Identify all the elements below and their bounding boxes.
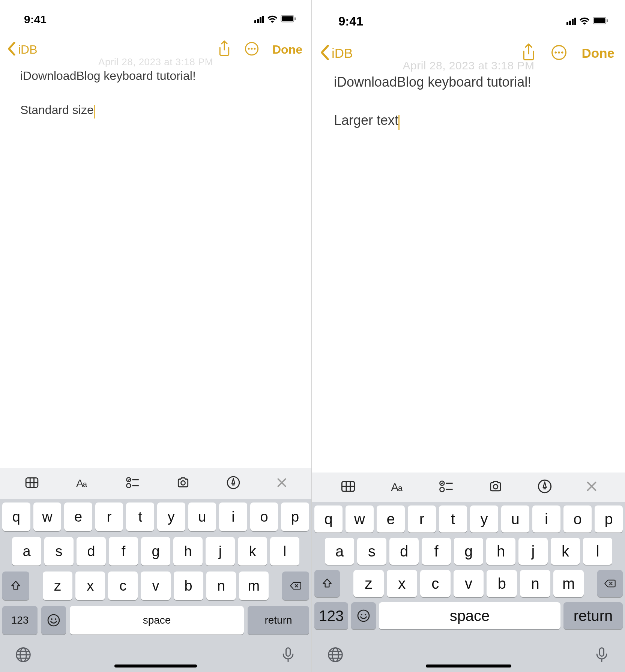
- key-n[interactable]: n: [520, 570, 550, 597]
- camera-icon[interactable]: [488, 479, 503, 495]
- key-m[interactable]: m: [239, 572, 269, 600]
- close-icon[interactable]: [586, 481, 597, 493]
- key-t[interactable]: t: [126, 502, 154, 531]
- checklist-icon[interactable]: [439, 479, 454, 495]
- note-content[interactable]: iDownloadBlog keyboard tutorial! Standar…: [0, 65, 311, 124]
- camera-icon[interactable]: [176, 476, 190, 491]
- key-i[interactable]: i: [219, 502, 247, 531]
- key-u[interactable]: u: [188, 502, 216, 531]
- key-backspace[interactable]: [597, 570, 623, 597]
- key-v[interactable]: v: [141, 572, 170, 600]
- key-q[interactable]: q: [314, 506, 343, 532]
- mic-icon[interactable]: [593, 646, 610, 664]
- key-o[interactable]: o: [563, 506, 592, 532]
- text-format-icon[interactable]: Aa: [390, 479, 405, 495]
- key-space[interactable]: space: [379, 602, 560, 629]
- table-icon[interactable]: [341, 479, 356, 495]
- key-shift[interactable]: [314, 570, 340, 597]
- text-format-icon[interactable]: Aa: [75, 476, 89, 491]
- key-b[interactable]: b: [174, 572, 203, 600]
- more-icon[interactable]: [245, 42, 259, 57]
- key-backspace[interactable]: [282, 572, 309, 600]
- key-z[interactable]: z: [43, 572, 72, 600]
- svg-point-19: [48, 615, 59, 626]
- key-n[interactable]: n: [206, 572, 236, 600]
- globe-icon[interactable]: [15, 646, 32, 664]
- key-emoji[interactable]: [351, 602, 376, 629]
- key-t[interactable]: t: [439, 506, 467, 532]
- key-k[interactable]: k: [238, 537, 267, 566]
- svg-point-30: [554, 51, 557, 54]
- key-i[interactable]: i: [532, 506, 560, 532]
- key-z[interactable]: z: [353, 570, 384, 597]
- key-return[interactable]: return: [563, 602, 623, 629]
- globe-icon[interactable]: [327, 646, 344, 664]
- keyboard: q w e r t y u i o p a s d f g h: [312, 502, 625, 638]
- key-j[interactable]: j: [206, 537, 235, 566]
- status-icons: [566, 16, 608, 26]
- svg-text:A: A: [391, 481, 398, 493]
- key-return[interactable]: return: [248, 606, 309, 634]
- key-d[interactable]: d: [389, 538, 419, 565]
- key-emoji[interactable]: [41, 606, 66, 634]
- key-w[interactable]: w: [33, 502, 62, 531]
- key-a[interactable]: a: [12, 537, 41, 566]
- note-content[interactable]: iDownloadBlog keyboard tutorial! Larger …: [312, 70, 625, 135]
- done-button[interactable]: Done: [272, 43, 302, 57]
- key-d[interactable]: d: [77, 537, 106, 566]
- svg-point-6: [254, 48, 255, 50]
- format-toolbar: Aa: [312, 472, 625, 502]
- cellular-icon: [566, 18, 576, 25]
- keyboard-row-4: 123 space return: [2, 606, 309, 634]
- done-button[interactable]: Done: [582, 46, 615, 61]
- key-j[interactable]: j: [518, 538, 548, 565]
- key-y[interactable]: y: [157, 502, 185, 531]
- key-h[interactable]: h: [173, 537, 203, 566]
- key-y[interactable]: y: [470, 506, 498, 532]
- key-v[interactable]: v: [454, 570, 484, 597]
- key-f[interactable]: f: [422, 538, 451, 565]
- key-p[interactable]: p: [281, 502, 309, 531]
- checklist-icon[interactable]: [126, 476, 140, 491]
- key-e[interactable]: e: [64, 502, 92, 531]
- markup-icon[interactable]: [226, 476, 240, 491]
- key-f[interactable]: f: [109, 537, 138, 566]
- key-s[interactable]: s: [44, 537, 74, 566]
- key-w[interactable]: w: [346, 506, 374, 532]
- home-indicator: [114, 664, 197, 668]
- key-c[interactable]: c: [420, 570, 451, 597]
- key-b[interactable]: b: [487, 570, 517, 597]
- key-g[interactable]: g: [141, 537, 170, 566]
- mic-icon[interactable]: [280, 646, 296, 664]
- key-q[interactable]: q: [2, 502, 30, 531]
- keyboard-area: Aa q w e r t y u i o p: [312, 472, 625, 672]
- nav-back[interactable]: iDB: [8, 42, 38, 57]
- key-g[interactable]: g: [454, 538, 483, 565]
- key-c[interactable]: c: [108, 572, 138, 600]
- markup-icon[interactable]: [537, 479, 552, 495]
- key-r[interactable]: r: [95, 502, 123, 531]
- key-x[interactable]: x: [75, 572, 105, 600]
- key-m[interactable]: m: [553, 570, 584, 597]
- key-h[interactable]: h: [486, 538, 515, 565]
- share-icon[interactable]: [218, 40, 231, 58]
- key-space[interactable]: space: [70, 606, 244, 634]
- key-shift[interactable]: [2, 572, 29, 600]
- key-a[interactable]: a: [325, 538, 354, 565]
- key-s[interactable]: s: [357, 538, 386, 565]
- phone-left: 9:41 iDB Done April 28, 2023 at 3:18 PM …: [0, 0, 311, 672]
- key-k[interactable]: k: [551, 538, 580, 565]
- key-x[interactable]: x: [387, 570, 417, 597]
- key-l[interactable]: l: [583, 538, 612, 565]
- key-r[interactable]: r: [408, 506, 436, 532]
- key-l[interactable]: l: [270, 537, 299, 566]
- key-o[interactable]: o: [250, 502, 278, 531]
- key-u[interactable]: u: [501, 506, 529, 532]
- key-p[interactable]: p: [595, 506, 623, 532]
- close-icon[interactable]: [277, 478, 287, 489]
- key-e[interactable]: e: [377, 506, 405, 532]
- battery-icon: [593, 17, 608, 26]
- key-123[interactable]: 123: [314, 602, 348, 629]
- key-123[interactable]: 123: [2, 606, 38, 634]
- table-icon[interactable]: [25, 476, 39, 491]
